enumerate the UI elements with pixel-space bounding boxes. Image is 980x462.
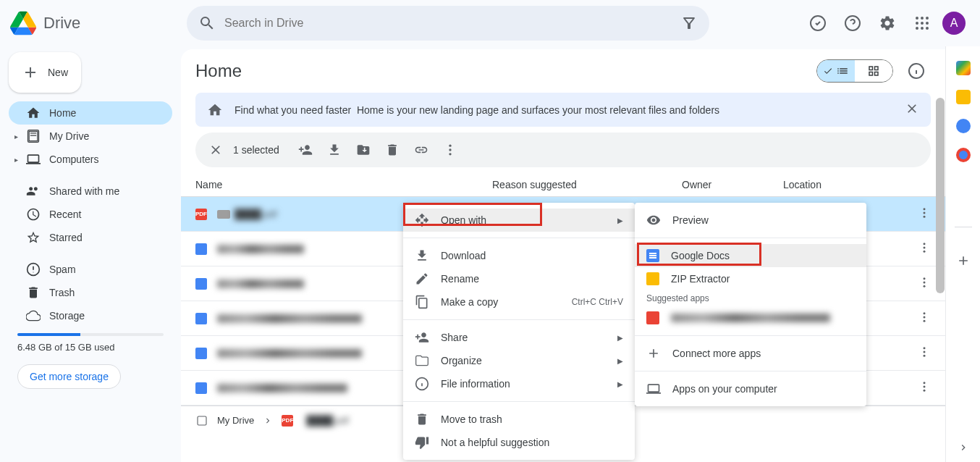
doc-icon <box>195 382 207 394</box>
chevron-right-icon: ▶ <box>617 334 623 342</box>
app-icon <box>646 311 659 324</box>
home-icon <box>26 106 41 120</box>
col-name[interactable]: Name <box>195 179 492 190</box>
view-toggle <box>816 59 893 83</box>
svg-point-24 <box>924 285 926 287</box>
keep-app-icon[interactable] <box>956 90 971 104</box>
tasks-app-icon[interactable] <box>956 119 971 133</box>
plus-icon <box>22 64 39 81</box>
breadcrumb-root[interactable]: My Drive <box>217 415 254 426</box>
menu-open-with[interactable]: Open with ▶ <box>403 209 635 232</box>
nav-shared[interactable]: Shared with me <box>9 180 172 203</box>
calendar-app-icon[interactable] <box>956 61 971 75</box>
nav-recent[interactable]: Recent <box>9 203 172 226</box>
file-name <box>217 280 304 288</box>
trash-icon <box>26 285 41 300</box>
open-with-icon <box>415 213 429 227</box>
user-avatar[interactable]: A <box>942 12 966 35</box>
menu-download[interactable]: Download <box>403 244 635 267</box>
svg-rect-34 <box>198 416 206 425</box>
row-more-button[interactable] <box>918 345 931 361</box>
get-storage-button[interactable]: Get more storage <box>17 364 121 389</box>
new-button[interactable]: New <box>9 52 81 93</box>
scrollbar[interactable] <box>935 98 945 445</box>
chevron-right-icon: ▶ <box>617 217 623 224</box>
info-button[interactable] <box>902 56 931 85</box>
link-button[interactable] <box>410 138 433 161</box>
breadcrumb-file[interactable]: ████.pdf <box>306 415 349 426</box>
menu-organize[interactable]: Organize▶ <box>403 349 635 372</box>
nav-storage[interactable]: Storage <box>9 304 172 327</box>
col-location[interactable]: Location <box>783 179 931 190</box>
submenu-google-docs[interactable]: Google Docs <box>635 244 866 267</box>
nav-computers[interactable]: Computers <box>9 148 172 171</box>
clear-selection-button[interactable] <box>204 138 227 161</box>
selected-count: 1 selected <box>233 144 279 156</box>
logo-area: Drive <box>9 9 181 38</box>
svg-point-9 <box>921 27 924 30</box>
share-button[interactable] <box>294 138 317 161</box>
collapse-panel-icon[interactable] <box>958 442 969 453</box>
thumbs-down-icon <box>415 435 429 450</box>
ready-offline-icon[interactable] <box>803 9 832 38</box>
svg-point-33 <box>924 390 926 392</box>
grid-view-button[interactable] <box>855 60 892 82</box>
file-name <box>217 349 362 358</box>
col-reason[interactable]: Reason suggested <box>492 179 682 190</box>
submenu-apps-computer[interactable]: Apps on your computer <box>635 377 866 400</box>
nav-starred[interactable]: Starred <box>9 226 172 249</box>
settings-icon[interactable] <box>873 9 902 38</box>
row-more-button[interactable] <box>918 380 931 395</box>
menu-copy[interactable]: Make a copyCtrl+C Ctrl+V <box>403 290 635 314</box>
home-icon <box>207 102 223 118</box>
search-bar[interactable] <box>187 6 709 41</box>
app-header: Drive A <box>0 0 980 46</box>
apps-icon[interactable] <box>908 9 937 38</box>
delete-button[interactable] <box>381 138 404 161</box>
nav-trash[interactable]: Trash <box>9 281 172 304</box>
svg-point-25 <box>924 312 926 314</box>
contacts-app-icon[interactable] <box>956 148 971 162</box>
menu-rename[interactable]: Rename <box>403 267 635 290</box>
row-more-button[interactable] <box>918 241 931 256</box>
menu-trash[interactable]: Move to trash <box>403 408 635 431</box>
move-button[interactable] <box>352 138 375 161</box>
svg-point-10 <box>926 27 929 30</box>
search-options-icon[interactable] <box>680 14 698 32</box>
more-actions-button[interactable] <box>439 138 462 161</box>
download-button[interactable] <box>323 138 346 161</box>
row-more-button[interactable] <box>918 206 931 222</box>
info-banner: Find what you need faster Home is your n… <box>195 93 931 127</box>
side-panel <box>945 46 980 462</box>
nav-spam[interactable]: Spam <box>9 258 172 281</box>
row-more-button[interactable] <box>918 276 931 291</box>
svg-point-6 <box>921 22 924 25</box>
cloud-icon <box>26 308 41 323</box>
header-actions: A <box>803 9 971 38</box>
drive-logo-icon[interactable] <box>9 9 38 38</box>
row-more-button[interactable] <box>918 311 931 326</box>
svg-point-3 <box>921 17 924 20</box>
help-icon[interactable] <box>838 9 867 38</box>
add-panel-button[interactable] <box>956 253 971 268</box>
star-icon <box>26 230 41 245</box>
nav-home[interactable]: Home <box>9 101 172 125</box>
app-title: Drive <box>43 14 80 33</box>
submenu-connect-apps[interactable]: Connect more apps <box>635 342 866 365</box>
menu-file-info[interactable]: File information▶ <box>403 372 635 395</box>
submenu-preview[interactable]: Preview <box>635 209 866 232</box>
menu-share[interactable]: Share▶ <box>403 326 635 349</box>
menu-not-helpful[interactable]: Not a helpful suggestion <box>403 431 635 454</box>
submenu-zip-extractor[interactable]: ZIP Extractor <box>635 267 866 290</box>
doc-icon <box>195 348 207 359</box>
check-icon <box>823 66 833 76</box>
col-owner[interactable]: Owner <box>682 179 783 190</box>
zip-icon <box>646 272 659 285</box>
trash-icon <box>415 412 429 427</box>
submenu-suggested-app[interactable] <box>635 306 866 329</box>
banner-close-button[interactable] <box>905 101 919 118</box>
list-view-button[interactable] <box>817 60 855 82</box>
search-input[interactable] <box>224 17 672 30</box>
nav-my-drive[interactable]: My Drive <box>9 125 172 148</box>
context-menu: Open with ▶ Download Rename Make a copyC… <box>403 203 635 460</box>
